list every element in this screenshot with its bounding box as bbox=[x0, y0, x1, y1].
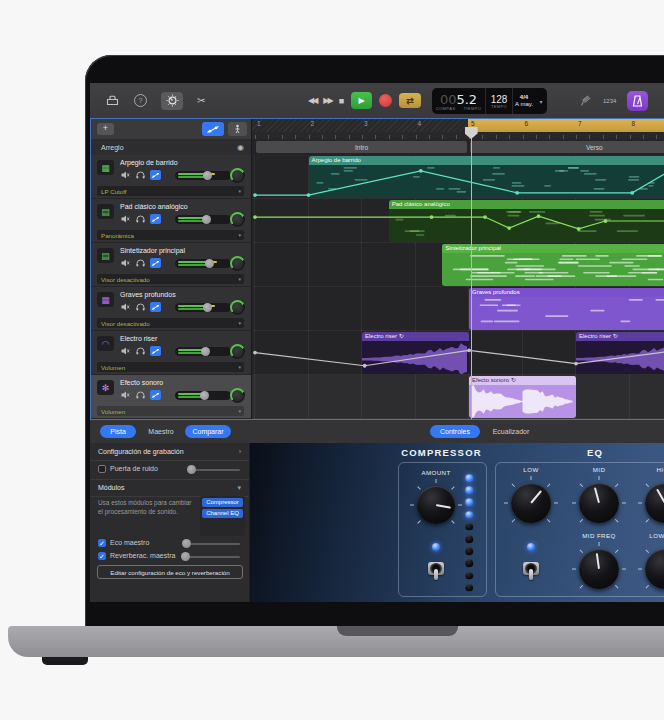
playhead[interactable] bbox=[471, 127, 472, 419]
track-automation-button[interactable] bbox=[150, 302, 161, 312]
track-automation-button[interactable] bbox=[150, 214, 161, 224]
automation-parameter-dropdown[interactable]: LP Cutoff▾ bbox=[97, 186, 244, 196]
add-track-button[interactable]: + bbox=[97, 123, 114, 135]
region[interactable]: Electro riser ↻ bbox=[362, 332, 469, 374]
mute-button[interactable] bbox=[120, 302, 131, 312]
compressor-power-switch[interactable] bbox=[426, 557, 446, 581]
automation-parameter-dropdown[interactable]: Visor desactivado▾ bbox=[97, 274, 244, 284]
solo-button[interactable] bbox=[135, 390, 146, 400]
region[interactable]: Electro riser ↻ bbox=[576, 332, 664, 374]
play-button[interactable]: ▶ bbox=[351, 92, 372, 109]
track-automation-button[interactable] bbox=[150, 170, 161, 180]
noise-gate-checkbox[interactable] bbox=[98, 465, 106, 473]
tab-controls[interactable]: Controles bbox=[430, 425, 480, 438]
catch-playhead-button[interactable] bbox=[228, 122, 247, 136]
arrangement-menu-icon[interactable]: ◉ bbox=[237, 143, 244, 152]
tab-equalizer[interactable]: Ecualizador bbox=[484, 425, 538, 438]
rewind-button[interactable]: ◀◀ bbox=[308, 96, 316, 105]
mute-button[interactable] bbox=[120, 214, 131, 224]
master-echo-checkbox[interactable]: ✓ bbox=[98, 539, 106, 547]
region[interactable]: Pad clásico analógico bbox=[389, 200, 664, 242]
track-header[interactable]: ✻ Efecto sonoro Volumen▾ bbox=[91, 375, 251, 419]
smart-controls-icon[interactable] bbox=[161, 92, 183, 110]
modules-row[interactable]: Módulos ▾ bbox=[90, 479, 249, 497]
record-button[interactable] bbox=[379, 94, 392, 107]
automation-toggle-button[interactable] bbox=[202, 122, 224, 136]
tuning-fork-icon[interactable] bbox=[580, 95, 592, 107]
track-automation-button[interactable] bbox=[150, 258, 161, 268]
tab-master[interactable]: Maestro bbox=[140, 425, 182, 438]
region[interactable]: Efecto sonoro ↻ bbox=[469, 376, 576, 418]
track-header[interactable]: ▤ Sintetizador principal Visor desactiva… bbox=[91, 243, 251, 287]
region[interactable]: Graves profundos bbox=[469, 288, 664, 330]
automation-parameter-dropdown[interactable]: Volumen▾ bbox=[97, 406, 244, 416]
pan-knob[interactable] bbox=[230, 168, 245, 183]
mid-freq-knob[interactable] bbox=[579, 549, 619, 589]
mute-button[interactable] bbox=[120, 390, 131, 400]
automation-parameter-dropdown[interactable]: Volumen▾ bbox=[97, 362, 244, 372]
edit-echo-reverb-button[interactable]: Editar configuración de eco y reverberac… bbox=[97, 565, 243, 579]
track-header[interactable]: ▤ Pad clásico analógico Panorámica▾ bbox=[91, 199, 251, 243]
arrangement-section[interactable]: Intro bbox=[256, 141, 467, 153]
cycle-button[interactable]: ⇄ bbox=[399, 93, 421, 108]
editors-scissors-icon[interactable]: ✂ bbox=[197, 95, 205, 106]
library-icon[interactable] bbox=[104, 93, 120, 109]
pan-knob[interactable] bbox=[230, 300, 245, 315]
track-header[interactable]: ◠ Electro riser Volumen▾ bbox=[91, 331, 251, 375]
lcd-chevron-icon[interactable]: ▾ bbox=[535, 88, 547, 114]
track-header[interactable]: ▦ Graves profundos Visor desactivado▾ bbox=[91, 287, 251, 331]
volume-slider[interactable] bbox=[175, 171, 231, 180]
volume-slider[interactable] bbox=[175, 259, 231, 268]
solo-button[interactable] bbox=[135, 258, 146, 268]
tab-track[interactable]: Pista bbox=[100, 425, 136, 438]
track-header[interactable]: ▦ Arpegio de barrido LP Cutoff▾ bbox=[91, 155, 251, 199]
metronome-button[interactable] bbox=[627, 91, 648, 111]
mute-button[interactable] bbox=[120, 170, 131, 180]
pan-knob[interactable] bbox=[230, 388, 245, 403]
arrangement-section[interactable]: Verso bbox=[470, 141, 664, 153]
amount-knob[interactable] bbox=[417, 486, 455, 524]
stop-button[interactable]: ■ bbox=[339, 96, 344, 106]
low-knob[interactable] bbox=[511, 483, 551, 523]
compare-button[interactable]: Comparar bbox=[185, 425, 231, 438]
lcd-display[interactable]: 005.2 COMPÁSTIEMPO 128 TEMPO 4/4A may. ▾ bbox=[432, 88, 547, 114]
master-echo-slider[interactable] bbox=[182, 543, 240, 545]
master-reverb-slider[interactable] bbox=[182, 556, 240, 558]
pan-knob[interactable] bbox=[230, 344, 245, 359]
knob-label: AMOUNT bbox=[421, 469, 450, 476]
automation-parameter-dropdown[interactable]: Visor desactivado▾ bbox=[97, 318, 244, 328]
volume-slider[interactable] bbox=[175, 215, 231, 224]
count-in-button[interactable]: 1234 bbox=[603, 98, 616, 104]
forward-button[interactable]: ▶▶ bbox=[323, 96, 331, 105]
volume-slider[interactable] bbox=[175, 391, 231, 400]
low-cut-knob[interactable] bbox=[645, 549, 664, 589]
mid-knob[interactable] bbox=[579, 483, 619, 523]
region[interactable]: Arpegio de barrido bbox=[309, 156, 664, 198]
solo-button[interactable] bbox=[135, 170, 146, 180]
noise-gate-slider[interactable] bbox=[188, 469, 240, 471]
pan-knob[interactable] bbox=[230, 212, 245, 227]
mute-button[interactable] bbox=[120, 346, 131, 356]
master-reverb-checkbox[interactable]: ✓ bbox=[98, 552, 106, 560]
volume-slider[interactable] bbox=[175, 347, 231, 356]
ruler-measure-number: 8 bbox=[632, 120, 636, 127]
track-automation-button[interactable] bbox=[150, 390, 161, 400]
region[interactable]: Sintetizador principal bbox=[442, 244, 664, 286]
smart-controls-panel: COMPRESSOR AMOUNT EQ LOWMIDHIGHMID FREQL… bbox=[250, 443, 664, 602]
plugin-pill[interactable]: Compressor bbox=[202, 498, 243, 507]
high-knob[interactable] bbox=[645, 483, 664, 523]
volume-slider[interactable] bbox=[175, 303, 231, 312]
solo-button[interactable] bbox=[135, 346, 146, 356]
plugin-pill[interactable]: Channel EQ bbox=[202, 509, 243, 518]
mute-button[interactable] bbox=[120, 258, 131, 268]
pan-knob[interactable] bbox=[230, 256, 245, 271]
solo-button[interactable] bbox=[135, 214, 146, 224]
solo-button[interactable] bbox=[135, 302, 146, 312]
eq-power-switch[interactable] bbox=[521, 557, 541, 581]
recording-settings-row[interactable]: Configuración de grabación › bbox=[90, 443, 249, 461]
track-automation-button[interactable] bbox=[150, 346, 161, 356]
ruler[interactable]: 12345678 bbox=[252, 119, 664, 132]
arrangement-track-header[interactable]: Arreglo ◉ bbox=[91, 139, 251, 156]
quick-help-icon[interactable]: ? bbox=[134, 94, 147, 107]
automation-parameter-dropdown[interactable]: Panorámica▾ bbox=[97, 230, 244, 240]
